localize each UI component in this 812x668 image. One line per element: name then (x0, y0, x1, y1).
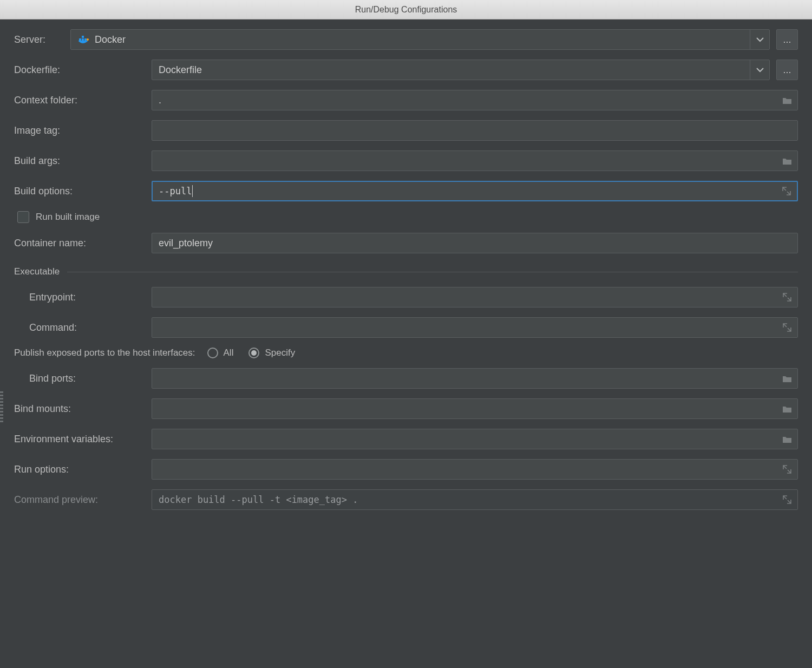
window-titlebar: Run/Debug Configurations (0, 0, 812, 19)
dockerfile-label: Dockerfile: (14, 64, 144, 76)
image-tag-input[interactable] (152, 120, 798, 141)
image-tag-row: Image tag: (14, 120, 798, 141)
entrypoint-label: Entrypoint: (14, 292, 144, 303)
chevron-down-icon (750, 60, 769, 80)
command-row: Command: (14, 317, 798, 338)
env-vars-label: Environment variables: (14, 434, 144, 445)
run-options-row: Run options: (14, 459, 798, 480)
dockerfile-row: Dockerfile: Dockerfile ... (14, 60, 798, 80)
text-caret (192, 185, 193, 197)
context-folder-input[interactable] (152, 90, 798, 110)
env-vars-row: Environment variables: (14, 429, 798, 449)
publish-ports-label: Publish exposed ports to the host interf… (14, 348, 195, 358)
build-options-input[interactable]: --pull (152, 181, 798, 201)
docker-icon (77, 35, 89, 44)
executable-section-label: Executable (14, 266, 60, 277)
command-preview-row: Command preview: docker build --pull -t … (14, 489, 798, 510)
container-name-row: Container name: (14, 233, 798, 253)
folder-icon[interactable] (782, 151, 792, 171)
build-args-label: Build args: (14, 155, 144, 167)
bind-mounts-row: Bind mounts: (14, 398, 798, 419)
image-tag-label: Image tag: (14, 125, 144, 136)
divider (67, 272, 798, 272)
split-grip[interactable] (0, 390, 3, 422)
dockerfile-value: Dockerfile (159, 64, 202, 76)
bind-ports-row: Bind ports: (14, 368, 798, 389)
bind-mounts-label: Bind mounts: (14, 403, 144, 415)
radio-icon (207, 348, 218, 358)
executable-section-header: Executable (14, 266, 798, 277)
env-vars-input[interactable] (152, 429, 798, 449)
run-options-label: Run options: (14, 464, 144, 475)
build-options-label: Build options: (14, 186, 144, 197)
entrypoint-input[interactable] (152, 287, 798, 307)
bind-ports-label: Bind ports: (14, 373, 144, 384)
run-built-image-checkbox[interactable] (17, 211, 29, 223)
publish-ports-row: Publish exposed ports to the host interf… (14, 348, 798, 358)
folder-icon[interactable] (782, 369, 792, 388)
command-preview-label: Command preview: (14, 494, 144, 506)
build-options-row: Build options: --pull (14, 181, 798, 201)
container-name-label: Container name: (14, 238, 144, 249)
run-built-image-row: Run built image (14, 211, 798, 223)
server-dropdown[interactable]: Docker (70, 29, 770, 50)
bind-ports-input[interactable] (152, 368, 798, 389)
expand-icon[interactable] (782, 182, 791, 200)
expand-icon[interactable] (782, 460, 792, 479)
context-folder-label: Context folder: (14, 95, 144, 106)
folder-icon[interactable] (782, 90, 792, 110)
folder-icon[interactable] (782, 399, 792, 418)
command-input[interactable] (152, 317, 798, 338)
command-preview-field: docker build --pull -t <image_tag> . (152, 489, 798, 510)
config-form: Server: Docker ... Dockerfile: Dockerfil… (0, 19, 812, 515)
publish-ports-radio-group: All Specify (207, 348, 296, 358)
chevron-down-icon (750, 30, 769, 49)
build-args-input[interactable] (152, 150, 798, 171)
entrypoint-row: Entrypoint: (14, 287, 798, 307)
expand-icon[interactable] (782, 490, 792, 509)
publish-ports-specify-radio[interactable]: Specify (248, 348, 295, 358)
expand-icon[interactable] (782, 287, 792, 307)
folder-icon[interactable] (782, 429, 792, 449)
bind-mounts-input[interactable] (152, 398, 798, 419)
dockerfile-dropdown[interactable]: Dockerfile (152, 60, 770, 80)
server-value: Docker (95, 34, 126, 45)
container-name-input[interactable] (152, 233, 798, 253)
build-args-row: Build args: (14, 150, 798, 171)
context-folder-row: Context folder: (14, 90, 798, 110)
radio-icon (248, 348, 259, 358)
server-row: Server: Docker ... (14, 29, 798, 50)
expand-icon[interactable] (782, 318, 792, 337)
command-label: Command: (14, 322, 144, 333)
server-label: Server: (14, 34, 63, 45)
run-options-input[interactable] (152, 459, 798, 480)
window-title: Run/Debug Configurations (355, 5, 457, 15)
publish-ports-all-radio[interactable]: All (207, 348, 234, 358)
dockerfile-browse-button[interactable]: ... (776, 60, 798, 80)
server-browse-button[interactable]: ... (776, 29, 798, 50)
run-built-image-label: Run built image (36, 212, 100, 222)
